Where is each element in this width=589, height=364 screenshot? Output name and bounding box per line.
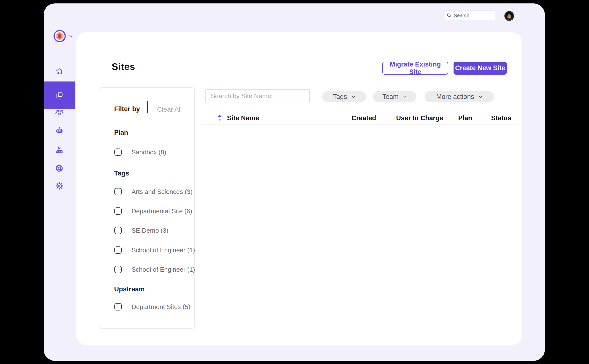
column-header-site-name[interactable]: Site Name [227, 114, 259, 122]
filter-option-departmental-site: Departmental Site (6) [114, 207, 192, 215]
robot-icon [55, 126, 63, 135]
column-header-plan: Plan [458, 114, 472, 122]
filter-panel: Filter by Clear All Plan Sandbox (8) Tag… [99, 87, 195, 329]
filter-section-tags: Tags [114, 170, 129, 177]
filter-option-se-demo: SE Demo (3) [114, 227, 168, 234]
migrate-existing-site-button[interactable]: Migrate Existing Site [382, 62, 448, 75]
more-actions-dropdown-label: More actions [436, 93, 474, 101]
table-header-divider [201, 124, 519, 124]
chevron-down-icon [403, 95, 407, 98]
tags-dropdown-label: Tags [333, 93, 347, 101]
sort-icon[interactable] [218, 115, 222, 121]
chevron-down-icon [69, 35, 73, 38]
filter-by-label: Filter by [114, 105, 140, 113]
sidebar-item-home[interactable] [44, 62, 75, 80]
clear-all-button[interactable]: Clear All [157, 106, 182, 113]
home-icon [55, 67, 63, 75]
site-search [205, 89, 310, 103]
create-new-site-button[interactable]: Create New Site [454, 62, 507, 75]
workspace-logo-icon [54, 30, 66, 42]
sidebar-item-support[interactable] [44, 159, 75, 177]
checkbox-arts-and-sciences[interactable] [114, 188, 122, 195]
checkbox-sandbox[interactable] [114, 148, 122, 156]
filter-option-sandbox: Sandbox (8) [114, 148, 166, 156]
column-header-status: Status [491, 114, 511, 122]
sites-icon [55, 92, 63, 99]
app-window: Sites Migrate Existing Site Create New S… [44, 3, 545, 361]
filter-option-school-of-engineer-1: School of Engineer (1) [114, 246, 195, 254]
user-avatar[interactable] [504, 11, 514, 21]
site-search-input[interactable] [206, 92, 309, 100]
filter-header-divider [147, 101, 148, 113]
filter-option-department-sites: Department Sites (5) [114, 303, 190, 311]
sidebar-item-users[interactable] [44, 103, 75, 121]
checkbox-school-of-engineer-2[interactable] [114, 266, 122, 273]
column-header-user-in-charge: User In Charge [396, 114, 443, 122]
workspace-logo-button[interactable] [54, 30, 73, 43]
checkbox-se-demo[interactable] [114, 227, 122, 234]
sidebar-item-bots[interactable] [44, 121, 75, 139]
filter-option-label: Arts and Sciences (3) [132, 188, 193, 196]
team-dropdown[interactable]: Team [373, 91, 416, 102]
chevron-down-icon [351, 95, 355, 98]
more-actions-dropdown[interactable]: More actions [425, 91, 494, 102]
settings-icon [55, 182, 63, 190]
avatar-photo [504, 11, 514, 21]
filter-option-label: Sandbox (8) [132, 148, 166, 156]
filter-section-plan: Plan [114, 129, 128, 136]
page-title: Sites [112, 61, 135, 72]
filter-option-school-of-engineer-2: School of Engineer (1) [114, 266, 195, 273]
users-icon [55, 109, 64, 116]
checkbox-department-sites[interactable] [114, 303, 122, 310]
column-header-created: Created [351, 114, 376, 122]
sitemap-icon [55, 146, 63, 154]
filter-option-label: Department Sites (5) [132, 303, 190, 311]
filter-section-upstream: Upstream [114, 285, 145, 293]
main-panel: Sites Migrate Existing Site Create New S… [76, 32, 522, 345]
filter-option-label: SE Demo (3) [132, 227, 168, 234]
checkbox-departmental-site[interactable] [114, 207, 122, 215]
search-icon [447, 13, 452, 18]
global-search [444, 11, 495, 20]
chevron-down-icon [479, 95, 482, 98]
checkbox-school-of-engineer-1[interactable] [114, 246, 122, 254]
filter-option-label: School of Engineer (1) [132, 266, 195, 273]
sidebar-item-settings[interactable] [44, 177, 75, 195]
tags-dropdown[interactable]: Tags [322, 91, 366, 102]
filter-option-label: School of Engineer (1) [132, 246, 195, 254]
sidebar-item-sitemap[interactable] [44, 141, 75, 159]
team-dropdown-label: Team [382, 93, 399, 101]
filter-option-arts-and-sciences: Arts and Sciences (3) [114, 188, 193, 196]
filter-option-label: Departmental Site (6) [132, 207, 192, 215]
global-search-input[interactable] [454, 13, 486, 18]
support-icon [55, 164, 63, 172]
